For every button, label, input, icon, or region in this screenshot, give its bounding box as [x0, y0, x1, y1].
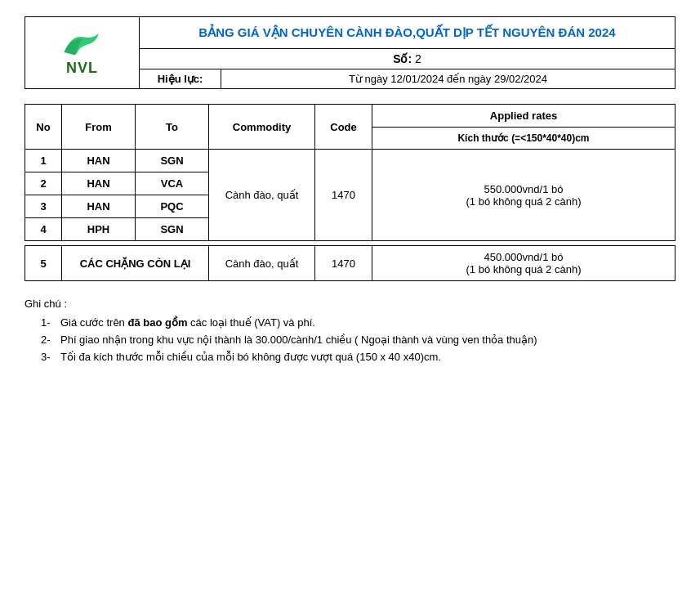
rate-line1-5: 450.000vnd/1 bó	[484, 251, 564, 263]
cell-code-1-4: 1470	[315, 150, 372, 241]
note-bold-1: đã bao gồm	[127, 316, 187, 329]
table-row: 1 HAN SGN Cành đào, quất 1470 550.000vnd…	[25, 150, 675, 172]
cell-no-3: 3	[25, 195, 62, 218]
cell-rate-1-4: 550.000vnd/1 bó (1 bó không quá 2 cành)	[372, 150, 675, 241]
cell-no-1: 1	[25, 150, 62, 172]
col-header-kichthuoc: Kích thước (=<150*40*40)cm	[372, 128, 675, 150]
col-header-applied-rates: Applied rates	[372, 105, 675, 128]
cell-to-2: VCA	[136, 172, 209, 195]
note-num-3: 3-	[41, 351, 56, 363]
note-text-2: Phí giao nhận trong khu vực nội thành là…	[60, 334, 537, 346]
cell-no-4: 4	[25, 218, 62, 241]
cell-from-4: HPH	[62, 218, 136, 241]
rate-line2-5: (1 bó không quá 2 cành)	[466, 263, 582, 275]
cell-commodity-5: Cành đào, quất	[209, 246, 315, 281]
cell-to-1: SGN	[136, 150, 209, 172]
note-item-1: 1- Giá cước trên đã bao gồm các loại thu…	[41, 316, 675, 329]
logo-area: NVL	[33, 29, 131, 77]
cell-rate-5: 450.000vnd/1 bó (1 bó không quá 2 cành)	[372, 246, 675, 281]
cell-cac-chang: CÁC CHẶNG CÒN LẠI	[62, 246, 209, 281]
cell-to-4: SGN	[136, 218, 209, 241]
cell-no-5: 5	[25, 246, 62, 281]
hieuluc-value: Từ ngày 12/01/2024 đến ngày 29/02/2024	[221, 69, 675, 89]
cell-code-5: 1470	[315, 246, 372, 281]
notes-list: 1- Giá cước trên đã bao gồm các loại thu…	[25, 316, 675, 363]
cell-commodity-1-4: Cành đào, quất	[209, 150, 315, 241]
note-item-3: 3- Tối đa kích thước mỗi chiều của mỗi b…	[41, 351, 675, 363]
so-row: Số: 2	[140, 49, 675, 69]
col-header-code: Code	[315, 105, 372, 150]
col-header-no: No	[25, 105, 62, 150]
note-num-1: 1-	[41, 316, 56, 329]
price-table: No From To Commodity Code Applied rates …	[25, 104, 675, 281]
note-text-3: Tối đa kích thước mỗi chiều của mỗi bó k…	[60, 351, 441, 363]
rate-line1-1-4: 550.000vnd/1 bó	[484, 183, 564, 195]
notes-title: Ghi chú :	[25, 298, 675, 310]
cell-to-3: PQC	[136, 195, 209, 218]
hieuluc-label: Hiệu lực:	[140, 69, 221, 89]
col-header-commodity: Commodity	[209, 105, 315, 150]
note-text-1: Giá cước trên đã bao gồm các loại thuế (…	[60, 316, 315, 329]
note-num-2: 2-	[41, 334, 56, 346]
logo-nvl-text: NVL	[66, 60, 98, 77]
cell-no-2: 2	[25, 172, 62, 195]
cell-from-1: HAN	[62, 150, 136, 172]
logo-cell: NVL	[25, 17, 140, 89]
notes-section: Ghi chú : 1- Giá cước trên đã bao gồm cá…	[25, 298, 675, 363]
cell-from-2: HAN	[62, 172, 136, 195]
logo-bird-icon	[60, 29, 105, 60]
rate-line2-1-4: (1 bó không quá 2 cành)	[466, 195, 582, 208]
so-label: Số:	[393, 52, 412, 65]
header-table: NVL BẢNG GIÁ VẬN CHUYÊN CÀNH ĐÀO,QUẤT DỊ…	[25, 16, 675, 89]
table-row-5: 5 CÁC CHẶNG CÒN LẠI Cành đào, quất 1470 …	[25, 246, 675, 281]
document-title: BẢNG GIÁ VẬN CHUYÊN CÀNH ĐÀO,QUẤT DỊP TẾ…	[140, 17, 675, 49]
col-header-to: To	[136, 105, 209, 150]
so-value: 2	[415, 52, 421, 65]
note-item-2: 2- Phí giao nhận trong khu vực nội thành…	[41, 334, 675, 346]
cell-from-3: HAN	[62, 195, 136, 218]
col-header-from: From	[62, 105, 136, 150]
